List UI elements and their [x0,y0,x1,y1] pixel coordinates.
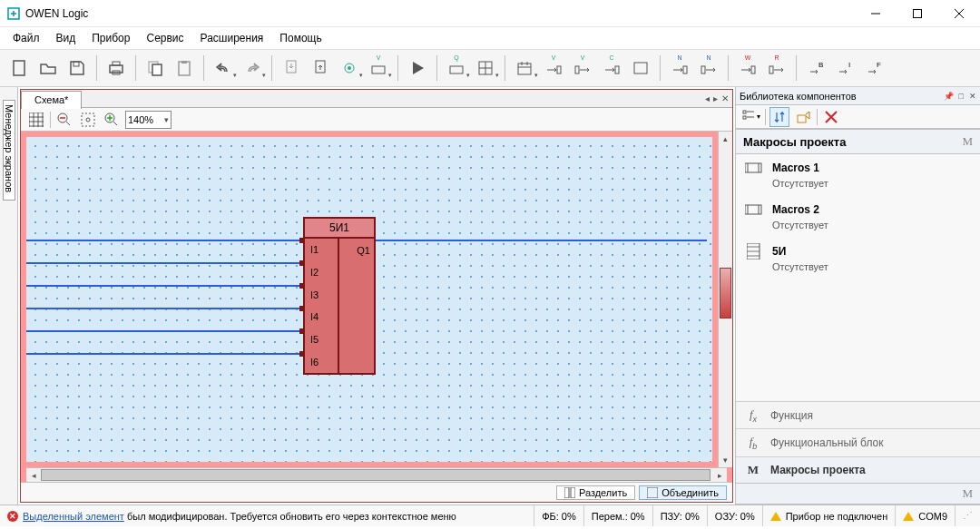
grid-toggle-button[interactable] [26,110,46,130]
svg-rect-1 [914,9,922,17]
pin-i5[interactable]: I5 [305,328,338,351]
titlebar: OWEN Logic [0,0,980,27]
menu-file[interactable]: Файл [5,29,47,47]
print-button[interactable] [103,53,130,83]
svg-rect-10 [181,61,187,64]
menu-view[interactable]: Вид [49,29,83,47]
svg-rect-18 [518,64,531,74]
download-button[interactable] [278,53,305,83]
n-in-button[interactable]: N [666,53,693,83]
category-macros[interactable]: M Макросы проекта [736,456,980,483]
n-out-button[interactable]: N [695,53,722,83]
redo-button[interactable]: ▾ [239,53,266,83]
pin-i2[interactable]: I2 [305,261,338,284]
grid-block-button[interactable]: ▾ [472,53,499,83]
ptr-f-button[interactable]: F [860,53,887,83]
menu-extensions[interactable]: Расширения [193,29,271,47]
tab-nav-left-icon[interactable]: ◂ [705,93,710,103]
svg-rect-22 [634,63,647,73]
block-icon-button[interactable] [627,53,654,83]
svg-rect-21 [615,66,619,73]
zoom-input[interactable]: ▾ [125,111,172,129]
settings-button[interactable]: ▾ [336,53,363,83]
var-v-button[interactable]: V▾ [365,53,392,83]
tab-nav-right-icon[interactable]: ▸ [713,93,718,103]
lib-tree-view-button[interactable]: ▾ [741,107,761,127]
status-fb: ФБ: 0% [534,505,584,526]
pin-i4[interactable]: I4 [305,306,338,328]
svg-rect-37 [743,111,746,113]
svg-rect-38 [743,116,746,119]
lib-import-button[interactable] [793,107,813,127]
app-icon [7,7,20,20]
pin-i1[interactable]: I1 [305,239,338,261]
r-button[interactable]: R [763,53,790,83]
svg-rect-19 [557,66,561,73]
copy-button[interactable] [142,53,169,83]
svg-rect-16 [450,66,463,73]
h-scroll-thumb[interactable] [41,469,710,481]
merge-button[interactable]: Объединить [639,485,727,500]
open-file-button[interactable] [34,53,62,83]
ptr-i-button[interactable]: I [831,53,858,83]
ptr-b-button[interactable]: B [802,53,829,83]
block-5i1[interactable]: 5И1 I1 I2 I3 I4 I5 I6 Q1 [303,217,376,378]
zoom-out-button[interactable] [54,110,74,130]
window-title: OWEN Logic [25,7,88,20]
split-button[interactable]: Разделить [556,485,635,500]
v-arrow-button[interactable]: V [540,53,567,83]
lib-sort-button[interactable] [769,107,789,127]
upload-button[interactable] [307,53,334,83]
lib-delete-button[interactable] [821,107,841,127]
close-button[interactable] [938,0,980,27]
menu-device[interactable]: Прибор [84,29,137,47]
v-scroll-thumb[interactable] [720,268,731,318]
svg-point-32 [86,118,90,122]
c-button[interactable]: C [598,53,625,83]
pin-icon[interactable]: 📌 [944,92,954,101]
menu-service[interactable]: Сервис [139,29,191,47]
maximize-button[interactable] [897,0,938,27]
category-function[interactable]: fx Функция [736,401,980,429]
pin-q1[interactable]: Q1 [339,239,374,261]
schema-tab[interactable]: Схема* [21,91,82,109]
paste-button[interactable] [171,53,198,83]
status-link[interactable]: Выделенный элемент [23,511,124,522]
screen-manager-label: Менеджер экранов [3,100,15,201]
category-function-block[interactable]: fb Функциональный блок [736,428,980,456]
canvas-toolbar: ▾ [21,108,732,132]
svg-rect-35 [571,487,575,498]
canvas[interactable]: 5И1 I1 I2 I3 I4 I5 I6 Q1 [26,137,712,462]
resize-grip-icon[interactable]: ⋰ [963,510,973,522]
tab-close-icon[interactable]: ✕ [721,93,729,103]
panel-max-icon[interactable]: □ [959,92,964,101]
library-item-5i[interactable]: 5И Отсутствует [736,238,980,279]
v-arrow-out-button[interactable]: V [569,53,596,83]
screen-manager-tab[interactable]: Менеджер экранов [0,87,18,505]
svg-rect-15 [372,66,385,73]
q-block-button[interactable]: Q▾ [443,53,470,83]
new-file-button[interactable] [5,53,33,83]
undo-button[interactable]: ▾ [210,53,237,83]
zoom-in-button[interactable] [102,110,122,130]
save-button[interactable] [64,53,91,83]
menu-help[interactable]: Помощь [272,29,328,47]
panel-close-icon[interactable]: ✕ [969,92,976,101]
w-button[interactable]: W [734,53,761,83]
zoom-fit-button[interactable] [78,110,98,130]
minimize-button[interactable] [855,0,897,27]
status-pzu: ПЗУ: 0% [653,505,708,526]
calendar-button[interactable]: ▾ [511,53,538,83]
statusbar: ✕ Выделенный элемент был модифицирован. … [0,505,980,526]
warn-icon [770,512,781,521]
pin-i3[interactable]: I3 [305,283,338,306]
block-title: 5И1 [303,217,376,239]
library-item-macros2[interactable]: Macros 2 Отсутствует [736,196,980,238]
horizontal-scrollbar[interactable]: ◂ ▸ [26,467,727,482]
zoom-value[interactable] [128,114,164,125]
svg-rect-24 [701,66,705,73]
pin-i6[interactable]: I6 [305,350,338,373]
run-button[interactable] [404,53,431,83]
vertical-scrollbar[interactable]: ▴ ▾ [718,132,732,467]
library-item-macros1[interactable]: Macros 1 Отсутствует [736,154,980,196]
